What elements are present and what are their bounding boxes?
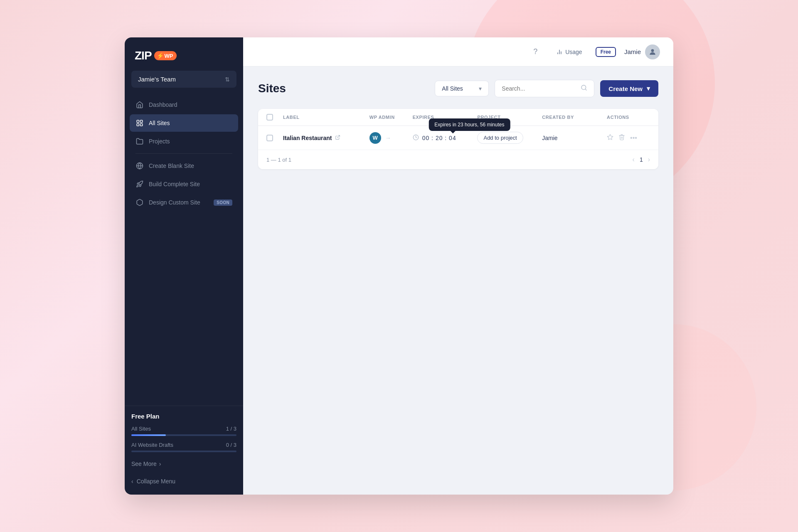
search-input[interactable] xyxy=(502,85,576,92)
team-selector[interactable]: Jamie's Team ⇅ xyxy=(131,71,236,88)
user-section[interactable]: Jamie xyxy=(624,44,660,59)
team-name: Jamie's Team xyxy=(138,76,176,83)
current-page-number: 1 xyxy=(640,156,643,163)
delete-icon[interactable] xyxy=(618,134,625,142)
svg-rect-1 xyxy=(140,120,143,122)
avatar-icon xyxy=(648,48,657,56)
sidebar-item-dashboard[interactable]: Dashboard xyxy=(130,96,238,113)
svg-rect-2 xyxy=(137,124,139,126)
cube-icon xyxy=(135,198,144,207)
page-header: Sites All Sites ▾ xyxy=(258,80,658,97)
header: ? Usage Free Jamie xyxy=(243,37,673,66)
sidebar-item-create-blank[interactable]: Create Blank Site xyxy=(130,157,238,175)
team-chevron-icon: ⇅ xyxy=(225,76,230,83)
table-header: LABEL WP ADMIN EXPIRES PROJECT CREATED B… xyxy=(258,109,658,126)
help-button[interactable]: ? xyxy=(528,44,543,59)
svg-point-8 xyxy=(651,49,654,52)
sidebar-item-projects[interactable]: Projects xyxy=(130,133,238,150)
user-avatar xyxy=(645,44,660,59)
see-more-arrow-icon: › xyxy=(159,461,161,467)
site-name-text: Italian Restaurant xyxy=(283,135,332,141)
all-sites-icon xyxy=(135,119,144,127)
created-by-name: Jamie xyxy=(542,135,557,141)
ai-drafts-usage-row: AI Website Drafts 0 / 3 xyxy=(131,442,236,448)
table-row: Italian Restaurant W xyxy=(258,126,658,150)
table-header-expires: EXPIRES xyxy=(413,114,478,121)
ai-drafts-usage-count: 0 / 3 xyxy=(226,442,236,448)
sidebar-item-label: Design Custom Site xyxy=(149,199,200,206)
table-header-created-by: CREATED BY xyxy=(542,114,607,121)
header-checkbox[interactable] xyxy=(266,114,273,121)
logo-area: ZIP ⚡ WP xyxy=(125,37,243,71)
ai-drafts-usage-label: AI Website Drafts xyxy=(131,442,173,448)
logo-wp-text: WP xyxy=(165,53,173,59)
all-sites-usage-count: 1 / 3 xyxy=(226,426,236,432)
create-new-label: Create New xyxy=(608,85,643,92)
table-header-label: LABEL xyxy=(283,114,369,121)
logo-wp-badge: ⚡ WP xyxy=(154,51,177,60)
table-header-wp-admin: WP ADMIN xyxy=(369,114,413,121)
table-header-actions: ACTIONS xyxy=(607,114,650,121)
sidebar-item-label: Dashboard xyxy=(149,101,177,108)
dashboard-icon xyxy=(135,101,144,109)
nav-divider xyxy=(135,153,232,154)
collapse-arrow-icon: ‹ xyxy=(131,478,133,485)
sidebar-item-build-complete[interactable]: Build Complete Site xyxy=(130,175,238,193)
soon-badge: Soon xyxy=(214,200,232,206)
external-link-icon[interactable] xyxy=(335,135,340,141)
ai-drafts-progress-bg xyxy=(131,451,236,452)
nav-section: Dashboard All Sites xyxy=(125,96,243,406)
main-content: ? Usage Free Jamie xyxy=(243,37,673,495)
all-sites-progress-fill xyxy=(131,434,166,436)
site-name-cell: Italian Restaurant xyxy=(283,135,369,141)
usage-chart-icon xyxy=(556,49,563,55)
wp-arrow-icon: → xyxy=(385,135,391,141)
user-name: Jamie xyxy=(624,48,641,55)
lightning-icon: ⚡ xyxy=(157,52,164,59)
sidebar-item-design-custom[interactable]: Design Custom Site Soon xyxy=(130,194,238,211)
more-options-icon[interactable]: ••• xyxy=(630,134,637,142)
svg-marker-13 xyxy=(607,134,613,140)
sidebar-item-all-sites[interactable]: All Sites xyxy=(130,114,238,132)
sidebar-item-label: Build Complete Site xyxy=(149,181,200,187)
projects-icon xyxy=(135,137,144,145)
create-new-arrow-icon: ▾ xyxy=(647,85,650,92)
clock-icon xyxy=(413,134,419,142)
see-more-label: See More xyxy=(131,461,157,467)
expiry-cell: 00 : 20 : 04 Expires in 23 hours, 56 min… xyxy=(413,134,478,142)
sidebar-item-label: Create Blank Site xyxy=(149,163,194,169)
wp-icon[interactable]: W xyxy=(369,132,381,144)
all-sites-usage-row: All Sites 1 / 3 xyxy=(131,426,236,432)
expiry-time: 00 : 20 : 04 xyxy=(422,135,456,141)
svg-line-10 xyxy=(585,89,586,90)
add-to-project-button[interactable]: Add to project xyxy=(477,132,523,144)
create-new-button[interactable]: Create New ▾ xyxy=(600,80,658,97)
free-plan-badge[interactable]: Free xyxy=(596,47,616,57)
next-page-button[interactable]: › xyxy=(648,156,650,163)
pagination-info: 1 — 1 of 1 xyxy=(266,157,291,163)
see-more-button[interactable]: See More › xyxy=(131,458,236,470)
table-footer: 1 — 1 of 1 ‹ 1 › xyxy=(258,150,658,169)
created-by-cell: Jamie xyxy=(542,135,607,141)
table-header-project: PROJECT xyxy=(477,114,542,121)
site-name: Italian Restaurant xyxy=(283,135,340,141)
help-icon: ? xyxy=(533,47,537,56)
usage-label: Usage xyxy=(565,49,582,55)
prev-page-button[interactable]: ‹ xyxy=(633,156,635,163)
wordpress-icon xyxy=(135,162,144,170)
usage-button[interactable]: Usage xyxy=(551,46,587,58)
table-header-checkbox-col xyxy=(266,114,283,121)
collapse-menu-label: Collapse Menu xyxy=(137,478,175,485)
sites-table: LABEL WP ADMIN EXPIRES PROJECT CREATED B… xyxy=(258,109,658,169)
page-title: Sites xyxy=(258,82,286,95)
star-icon[interactable] xyxy=(607,134,613,142)
pagination-controls: ‹ 1 › xyxy=(633,156,650,163)
row-checkbox-cell xyxy=(266,135,283,141)
collapse-menu-button[interactable]: ‹ Collapse Menu xyxy=(131,475,236,488)
rocket-icon xyxy=(135,180,144,188)
page-actions: All Sites ▾ xyxy=(435,80,658,97)
row-checkbox[interactable] xyxy=(266,135,273,141)
filter-dropdown[interactable]: All Sites ▾ xyxy=(435,81,489,96)
project-cell: Add to project xyxy=(477,132,542,144)
actions-cell: ••• xyxy=(607,134,650,142)
